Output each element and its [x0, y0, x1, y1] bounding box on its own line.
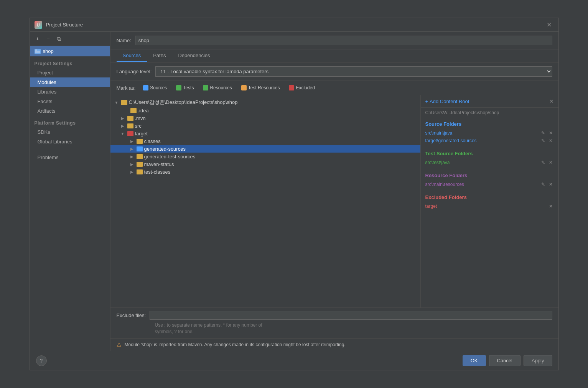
ok-button[interactable]: OK [463, 355, 486, 366]
tree-node-idea[interactable]: .idea [110, 107, 420, 114]
mvn-label: .mvn [135, 115, 146, 121]
test-source-folders-section: Test Source Folders src\test\java ✎ ✕ [421, 148, 558, 169]
gen-sources-arrow: ▶ [129, 146, 135, 152]
apply-button[interactable]: Apply [524, 355, 552, 366]
root-label: C:\Users\감성훈\Desktop\IdeaProjects\shop\s… [129, 99, 238, 106]
excluded-btn-label: Excluded [296, 85, 315, 90]
edit-test-1-button[interactable]: ✎ [540, 159, 546, 166]
add-content-root-label: Add Content Root [430, 99, 469, 104]
tabs-row: Sources Paths Dependencies [110, 49, 558, 62]
warning-text: Module 'shop' is imported from Maven. An… [125, 342, 346, 347]
sidebar-item-problems[interactable]: Problems [30, 153, 110, 162]
tab-sources[interactable]: Sources [117, 49, 147, 62]
remove-excluded-1-button[interactable]: ✕ [548, 203, 554, 209]
remove-resource-1-button[interactable]: ✕ [548, 181, 554, 187]
test-source-path-1: src\test\java [425, 160, 450, 165]
src-folder-icon [127, 123, 133, 128]
name-input[interactable] [135, 36, 552, 45]
center-panel: Name: Sources Paths Dependencies Languag… [110, 32, 558, 351]
target-folder-icon [127, 131, 133, 136]
excluded-icon [289, 85, 294, 90]
remove-test-1-button[interactable]: ✕ [548, 159, 554, 166]
resource-folders-section: Resource Folders src\main\resources ✎ ✕ [421, 169, 558, 191]
tree-node-generated-sources[interactable]: ▶ generated-sources [110, 145, 420, 153]
root-folder-icon [121, 100, 127, 105]
app-icon: U [35, 21, 42, 29]
language-level-label: Language level: [117, 69, 152, 74]
resources-icon [203, 85, 208, 90]
sidebar-item-global-libraries[interactable]: Global Libraries [30, 137, 110, 146]
close-button[interactable]: ✕ [544, 20, 554, 29]
remove-source-1-button[interactable]: ✕ [548, 130, 554, 136]
sidebar-item-modules[interactable]: Modules [30, 77, 110, 87]
test-classes-folder-icon [137, 169, 143, 174]
classes-label: classes [144, 138, 161, 144]
resource-folder-entry-1: src\main\resources ✎ ✕ [425, 181, 554, 188]
remove-module-button[interactable]: − [44, 34, 53, 43]
add-module-button[interactable]: + [33, 34, 42, 43]
tests-btn-label: Tests [183, 85, 194, 90]
sidebar-item-artifacts[interactable]: Artifacts [30, 106, 110, 116]
gen-test-label: generated-test-sources [144, 154, 196, 159]
edit-source-2-button[interactable]: ✎ [540, 138, 546, 144]
tree-node-maven-status[interactable]: ▶ maven-status [110, 160, 420, 168]
titlebar: U Project Structure ✕ [30, 18, 558, 32]
edit-source-1-button[interactable]: ✎ [540, 130, 546, 136]
edit-resource-1-button[interactable]: ✎ [540, 181, 546, 187]
tab-paths[interactable]: Paths [147, 49, 172, 62]
target-label: target [135, 131, 148, 136]
tree-node-test-classes[interactable]: ▶ test-classes [110, 168, 420, 176]
exclude-files-input[interactable] [150, 311, 552, 320]
sidebar-item-sdks[interactable]: SDKs [30, 127, 110, 137]
copy-module-button[interactable]: ⧉ [54, 34, 64, 43]
gen-sources-folder-icon [137, 146, 143, 151]
mark-test-resources-button[interactable]: Test Resources [238, 84, 283, 92]
mark-excluded-button[interactable]: Excluded [286, 84, 318, 92]
mark-sources-button[interactable]: Sources [140, 84, 170, 92]
test-source-folder-entry-1: src\test\java ✎ ✕ [425, 159, 554, 166]
gen-test-folder-icon [137, 154, 143, 159]
classes-folder-icon [137, 139, 143, 144]
source-path-1: src\main\java [425, 130, 453, 136]
mark-as-label: Mark as: [117, 85, 136, 91]
root-arrow: ▼ [114, 99, 120, 105]
sidebar-item-libraries[interactable]: Libraries [30, 87, 110, 97]
window-title: Project Structure [46, 22, 544, 28]
sources-content: Language level: 11 - Local variable synt… [110, 62, 558, 338]
content-root-path: C:\UsersW...IdeaProjects\shop\shop [421, 108, 558, 118]
platform-settings-header: Platform Settings [30, 116, 110, 127]
source-folder-entry-1: src\main\java ✎ ✕ [425, 129, 554, 137]
src-label: src [135, 123, 142, 129]
tree-node-generated-test-sources[interactable]: ▶ generated-test-sources [110, 153, 420, 160]
mark-tests-button[interactable]: Tests [173, 84, 197, 92]
sidebar-item-facets[interactable]: Facets [30, 97, 110, 106]
tree-node-mvn[interactable]: ▶ .mvn [110, 114, 420, 122]
tree-node-target[interactable]: ▼ target [110, 130, 420, 137]
mark-resources-button[interactable]: Resources [200, 84, 235, 92]
maven-status-folder-icon [137, 162, 143, 167]
sidebar-item-project[interactable]: Project [30, 68, 110, 77]
language-level-select[interactable]: 11 - Local variable syntax for lambda pa… [155, 66, 552, 77]
idea-folder-icon [130, 108, 137, 113]
tree-node-src[interactable]: ▶ src [110, 122, 420, 130]
excluded-folders-title: Excluded Folders [425, 194, 554, 200]
add-content-root-button[interactable]: + Add Content Root [425, 99, 469, 104]
help-button[interactable]: ? [36, 355, 47, 366]
module-item-shop[interactable]: shop [30, 46, 110, 56]
module-label: shop [43, 48, 54, 54]
module-icon [35, 49, 41, 54]
tree-node-classes[interactable]: ▶ classes [110, 137, 420, 145]
excluded-folders-section: Excluded Folders target ✕ [421, 191, 558, 213]
right-panel-close-button[interactable]: ✕ [549, 98, 554, 104]
language-row: Language level: 11 - Local variable synt… [110, 62, 558, 81]
target-arrow: ▼ [120, 130, 126, 136]
plus-icon: + [425, 99, 428, 104]
remove-source-2-button[interactable]: ✕ [548, 138, 554, 144]
cancel-button[interactable]: Cancel [489, 355, 520, 366]
excluded-folder-entry-1: target ✕ [425, 202, 554, 210]
tree-root[interactable]: ▼ C:\Users\감성훈\Desktop\IdeaProjects\shop… [110, 98, 420, 107]
svg-rect-0 [35, 51, 40, 53]
tab-dependencies[interactable]: Dependencies [172, 49, 216, 62]
gen-sources-label: generated-sources [144, 146, 186, 152]
svg-rect-1 [35, 49, 37, 51]
